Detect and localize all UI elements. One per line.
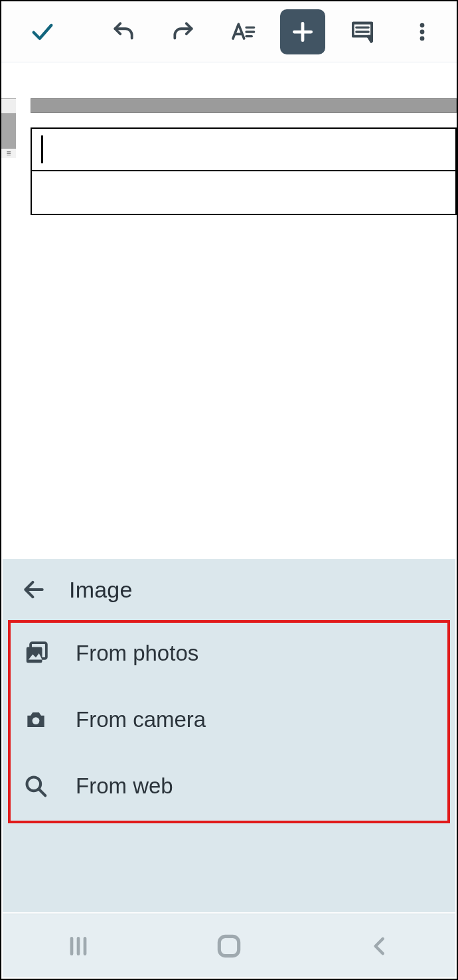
table-row[interactable]: [32, 171, 455, 214]
svg-point-0: [420, 23, 425, 27]
check-icon: [29, 19, 56, 45]
comment-icon: [349, 19, 376, 45]
nav-recents-button[interactable]: [38, 926, 118, 966]
panel-header: Image: [3, 559, 455, 620]
text-caret: [41, 135, 43, 163]
plus-icon: [290, 19, 315, 44]
menu-item-from-web[interactable]: From web: [3, 753, 455, 819]
search-icon: [23, 773, 49, 799]
comment-button[interactable]: [340, 9, 385, 54]
more-vertical-icon: [411, 21, 433, 43]
document-canvas[interactable]: ≡: [1, 62, 457, 559]
text-format-button[interactable]: [220, 9, 266, 54]
back-icon: [367, 934, 392, 959]
svg-point-2: [420, 36, 425, 41]
table-row[interactable]: [32, 129, 455, 171]
recents-icon: [65, 933, 92, 959]
svg-point-5: [33, 717, 40, 724]
insert-image-panel: Image From photos From camera: [3, 559, 455, 912]
image-source-menu: From photos From camera From web: [3, 620, 455, 819]
redo-icon: [171, 19, 196, 44]
undo-button[interactable]: [101, 9, 146, 54]
done-button[interactable]: [20, 9, 65, 54]
camera-icon: [23, 706, 49, 733]
arrow-left-icon: [21, 577, 46, 602]
horizontal-ruler: [31, 98, 457, 113]
photo-library-icon: [23, 640, 49, 667]
home-icon: [214, 932, 244, 961]
panel-back-button[interactable]: [21, 577, 46, 602]
text-format-icon: [230, 19, 256, 45]
redo-button[interactable]: [161, 9, 206, 54]
nav-home-button[interactable]: [189, 926, 269, 966]
insert-button[interactable]: [280, 9, 325, 54]
svg-point-1: [420, 29, 425, 34]
nav-back-button[interactable]: [340, 926, 420, 966]
menu-item-from-photos[interactable]: From photos: [3, 620, 455, 687]
overflow-menu-button[interactable]: [400, 9, 445, 54]
menu-item-label: From camera: [76, 707, 206, 732]
undo-icon: [111, 19, 136, 44]
vertical-ruler: ≡: [1, 98, 16, 158]
menu-item-label: From photos: [76, 641, 198, 666]
svg-rect-7: [219, 936, 238, 955]
system-navigation-bar: [3, 914, 455, 977]
menu-item-label: From web: [76, 774, 173, 799]
editor-toolbar: [1, 1, 457, 62]
panel-title: Image: [69, 577, 133, 603]
document-table[interactable]: [31, 127, 457, 215]
menu-item-from-camera[interactable]: From camera: [3, 687, 455, 753]
